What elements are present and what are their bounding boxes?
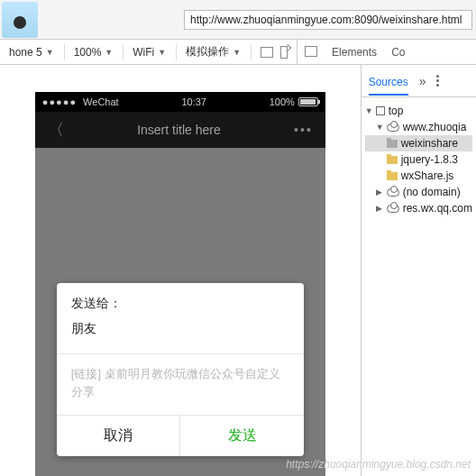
zoom-label: 100% <box>74 46 102 59</box>
recipient-label: 朋友 <box>71 321 289 348</box>
file-icon <box>387 140 398 148</box>
cancel-button[interactable]: 取消 <box>57 416 181 456</box>
main-area: ●●●●● WeChat 10:37 100% 〈 Insert title h… <box>0 65 476 476</box>
sources-tree: ▼top ▼www.zhuoqia weixinshare jquery-1.8… <box>362 97 476 222</box>
dock-icon[interactable] <box>261 47 273 58</box>
more-tabs-icon[interactable]: » <box>419 74 426 88</box>
tree-row-file[interactable]: wxShare.js <box>365 168 472 184</box>
top-bar <box>0 0 476 40</box>
tree-row-top[interactable]: ▼top <box>365 103 472 119</box>
mode-label: 模拟操作 <box>186 44 229 60</box>
tree-row-file[interactable]: jquery-1.8.3 <box>365 151 472 168</box>
sources-header: Sources » <box>362 65 476 97</box>
tree-label: res.wx.qq.com <box>403 202 472 215</box>
carrier-label: WeChat <box>83 96 119 107</box>
dialog-message: [链接] 桌前明月教你玩微信公众号自定义分享 <box>57 354 304 415</box>
tab-sources[interactable]: Sources <box>369 76 408 96</box>
tree-row-nodomain[interactable]: ▶(no domain) <box>365 184 472 200</box>
signal-icon: ●●●●● <box>42 96 77 107</box>
tree-row-domain[interactable]: ▶res.wx.qq.com <box>365 200 472 216</box>
tree-label: weixinshare <box>401 137 458 150</box>
file-icon <box>387 156 398 164</box>
battery-icon <box>298 97 318 106</box>
chevron-down-icon: ▼ <box>158 48 166 57</box>
time-label: 10:37 <box>181 96 206 107</box>
cloud-icon <box>387 188 399 197</box>
devtools-panel: Sources » ▼top ▼www.zhuoqia weixinshare … <box>361 65 476 476</box>
url-input[interactable] <box>184 10 472 30</box>
share-dialog: 发送给： 朋友 [链接] 桌前明月教你玩微信公众号自定义分享 取消 发送 <box>57 283 304 456</box>
phone-preview: ●●●●● WeChat 10:37 100% 〈 Insert title h… <box>35 92 325 476</box>
network-label: WiFi <box>133 46 154 59</box>
devtools-tabs: Elements Co <box>297 40 414 65</box>
tree-row-file[interactable]: weixinshare <box>365 135 472 151</box>
device-select[interactable]: hone 5▼ <box>0 46 64 59</box>
device-toolbar: hone 5▼ 100%▼ WiFi▼ 模拟操作▼ Elements Co <box>0 40 476 65</box>
cloud-icon <box>387 205 399 213</box>
tree-label: top <box>389 105 404 117</box>
phone-body: 发送给： 朋友 [链接] 桌前明月教你玩微信公众号自定义分享 取消 发送 <box>35 148 325 476</box>
phone-status-bar: ●●●●● WeChat 10:37 100% <box>35 92 325 112</box>
tab-console[interactable]: Co <box>391 46 405 59</box>
phone-navbar: 〈 Insert title here ••• <box>35 112 325 148</box>
send-button[interactable]: 发送 <box>180 416 304 456</box>
chevron-down-icon: ▼ <box>105 48 113 57</box>
page-title: Insert title here <box>137 123 221 137</box>
tree-label: (no domain) <box>403 186 461 198</box>
tree-label: jquery-1.8.3 <box>401 153 458 166</box>
zoom-select[interactable]: 100%▼ <box>65 46 124 59</box>
rotate-icon[interactable] <box>280 46 288 59</box>
kebab-icon[interactable] <box>436 75 439 87</box>
device-label: hone 5 <box>9 46 42 59</box>
send-to-label: 发送给： <box>71 296 289 312</box>
frame-icon <box>376 106 385 115</box>
file-icon <box>387 172 398 180</box>
tree-row-domain[interactable]: ▼www.zhuoqia <box>365 119 472 135</box>
mode-select[interactable]: 模拟操作▼ <box>177 44 251 60</box>
avatar <box>2 2 38 38</box>
tab-elements[interactable]: Elements <box>332 46 377 59</box>
back-icon[interactable]: 〈 <box>48 119 64 141</box>
network-select[interactable]: WiFi▼ <box>124 46 176 59</box>
inspect-icon[interactable] <box>307 48 317 57</box>
tree-label: wxShare.js <box>401 169 454 182</box>
more-icon[interactable]: ••• <box>294 123 313 137</box>
chevron-down-icon: ▼ <box>46 48 54 57</box>
cloud-icon <box>387 124 399 132</box>
watermark: https://zhuoqianmingyue.blog.csdn.net <box>286 458 471 471</box>
phone-preview-wrap: ●●●●● WeChat 10:37 100% 〈 Insert title h… <box>0 65 361 476</box>
tree-label: www.zhuoqia <box>403 121 467 133</box>
chevron-down-icon: ▼ <box>233 48 241 57</box>
battery-label: 100% <box>270 96 295 107</box>
